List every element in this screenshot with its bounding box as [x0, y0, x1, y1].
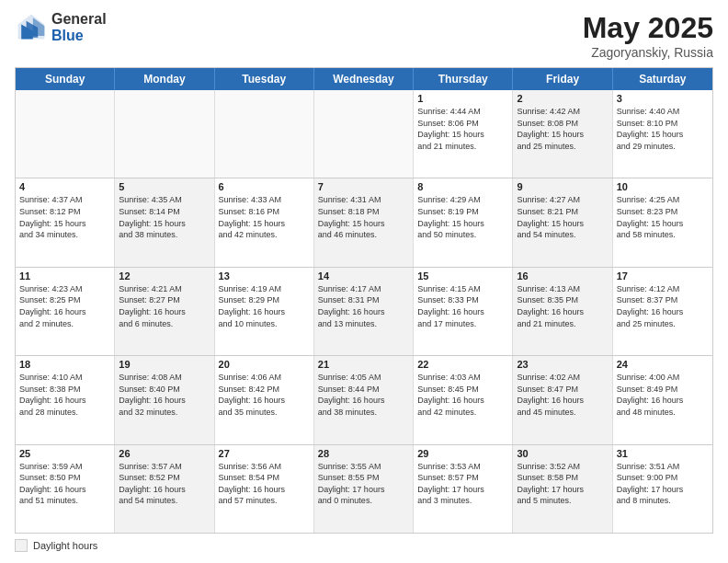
day-number: 17	[617, 270, 709, 282]
cell-info: Sunrise: 4:21 AM Sunset: 8:27 PM Dayligh…	[119, 283, 210, 329]
cal-row-3: 18Sunrise: 4:10 AM Sunset: 8:38 PM Dayli…	[16, 355, 712, 443]
day-number: 1	[417, 93, 508, 104]
cal-cell: 30Sunrise: 3:52 AM Sunset: 8:58 PM Dayli…	[513, 445, 612, 533]
day-number: 7	[318, 181, 409, 192]
day-number: 29	[417, 448, 508, 459]
day-number: 10	[617, 181, 709, 192]
day-number: 12	[119, 270, 210, 282]
cal-cell: 14Sunrise: 4:17 AM Sunset: 8:31 PM Dayli…	[314, 268, 414, 355]
calendar: Sunday Monday Tuesday Wednesday Thursday…	[15, 67, 713, 534]
cell-info: Sunrise: 4:15 AM Sunset: 8:33 PM Dayligh…	[417, 283, 508, 329]
day-number: 31	[617, 448, 709, 459]
day-number: 24	[617, 359, 709, 370]
cal-cell: 24Sunrise: 4:00 AM Sunset: 8:49 PM Dayli…	[613, 356, 712, 443]
day-number: 4	[19, 181, 110, 192]
cal-cell: 31Sunrise: 3:51 AM Sunset: 9:00 PM Dayli…	[613, 445, 712, 533]
cal-cell	[314, 90, 414, 178]
day-number: 14	[318, 270, 409, 282]
cal-cell: 11Sunrise: 4:23 AM Sunset: 8:25 PM Dayli…	[16, 268, 115, 355]
cal-cell: 17Sunrise: 4:12 AM Sunset: 8:37 PM Dayli…	[613, 268, 712, 355]
cell-info: Sunrise: 4:12 AM Sunset: 8:37 PM Dayligh…	[617, 283, 709, 329]
day-number: 8	[417, 181, 508, 192]
logo: General Blue	[15, 11, 107, 44]
cal-row-0: 1Sunrise: 4:44 AM Sunset: 8:06 PM Daylig…	[16, 90, 712, 178]
cell-info: Sunrise: 4:42 AM Sunset: 8:08 PM Dayligh…	[517, 106, 608, 152]
cal-cell: 9Sunrise: 4:27 AM Sunset: 8:21 PM Daylig…	[513, 178, 612, 266]
cell-info: Sunrise: 3:56 AM Sunset: 8:54 PM Dayligh…	[219, 461, 310, 507]
page: General Blue May 2025 Zagoryanskiy, Russ…	[0, 0, 728, 563]
cell-info: Sunrise: 4:31 AM Sunset: 8:18 PM Dayligh…	[318, 194, 409, 240]
day-number: 15	[417, 270, 508, 282]
cal-cell: 16Sunrise: 4:13 AM Sunset: 8:35 PM Dayli…	[513, 268, 612, 355]
cal-cell: 29Sunrise: 3:53 AM Sunset: 8:57 PM Dayli…	[414, 445, 513, 533]
cell-info: Sunrise: 4:29 AM Sunset: 8:19 PM Dayligh…	[417, 194, 508, 240]
calendar-body: 1Sunrise: 4:44 AM Sunset: 8:06 PM Daylig…	[16, 90, 712, 533]
header-sunday: Sunday	[16, 68, 115, 90]
cal-cell: 21Sunrise: 4:05 AM Sunset: 8:44 PM Dayli…	[314, 356, 414, 443]
cell-info: Sunrise: 4:40 AM Sunset: 8:10 PM Dayligh…	[617, 106, 709, 152]
cell-info: Sunrise: 3:57 AM Sunset: 8:52 PM Dayligh…	[119, 461, 210, 507]
cell-info: Sunrise: 4:25 AM Sunset: 8:23 PM Dayligh…	[617, 194, 709, 240]
cal-cell: 5Sunrise: 4:35 AM Sunset: 8:14 PM Daylig…	[115, 178, 214, 266]
cal-cell: 23Sunrise: 4:02 AM Sunset: 8:47 PM Dayli…	[513, 356, 612, 443]
logo-blue-text: Blue	[51, 28, 107, 44]
cell-info: Sunrise: 3:59 AM Sunset: 8:50 PM Dayligh…	[19, 461, 110, 507]
logo-icon	[15, 11, 48, 44]
cell-info: Sunrise: 4:13 AM Sunset: 8:35 PM Dayligh…	[517, 283, 608, 329]
cell-info: Sunrise: 4:05 AM Sunset: 8:44 PM Dayligh…	[318, 372, 409, 418]
cell-info: Sunrise: 4:27 AM Sunset: 8:21 PM Dayligh…	[517, 194, 608, 240]
cell-info: Sunrise: 4:35 AM Sunset: 8:14 PM Dayligh…	[119, 194, 210, 240]
cal-cell: 7Sunrise: 4:31 AM Sunset: 8:18 PM Daylig…	[314, 178, 414, 266]
cal-cell	[16, 90, 115, 178]
title-month: May 2025	[583, 11, 713, 45]
cell-info: Sunrise: 4:03 AM Sunset: 8:45 PM Dayligh…	[417, 372, 508, 418]
cal-cell: 12Sunrise: 4:21 AM Sunset: 8:27 PM Dayli…	[115, 268, 214, 355]
header-monday: Monday	[115, 68, 214, 90]
day-number: 19	[119, 359, 210, 370]
cell-info: Sunrise: 4:00 AM Sunset: 8:49 PM Dayligh…	[617, 372, 709, 418]
header-thursday: Thursday	[414, 68, 513, 90]
cell-info: Sunrise: 4:10 AM Sunset: 8:38 PM Dayligh…	[19, 372, 110, 418]
header-friday: Friday	[513, 68, 612, 90]
cell-info: Sunrise: 3:52 AM Sunset: 8:58 PM Dayligh…	[517, 461, 608, 507]
cal-cell: 18Sunrise: 4:10 AM Sunset: 8:38 PM Dayli…	[16, 356, 115, 443]
cal-cell: 28Sunrise: 3:55 AM Sunset: 8:55 PM Dayli…	[314, 445, 414, 533]
cal-cell: 15Sunrise: 4:15 AM Sunset: 8:33 PM Dayli…	[414, 268, 513, 355]
cal-cell: 27Sunrise: 3:56 AM Sunset: 8:54 PM Dayli…	[215, 445, 314, 533]
cal-cell: 8Sunrise: 4:29 AM Sunset: 8:19 PM Daylig…	[414, 178, 513, 266]
cell-info: Sunrise: 4:37 AM Sunset: 8:12 PM Dayligh…	[19, 194, 110, 240]
title-location: Zagoryanskiy, Russia	[583, 45, 713, 60]
title-block: May 2025 Zagoryanskiy, Russia	[583, 11, 713, 60]
legend: Daylight hours	[15, 539, 713, 552]
cal-row-4: 25Sunrise: 3:59 AM Sunset: 8:50 PM Dayli…	[16, 444, 712, 533]
legend-box	[15, 539, 28, 552]
cell-info: Sunrise: 3:53 AM Sunset: 8:57 PM Dayligh…	[417, 461, 508, 507]
cal-cell: 25Sunrise: 3:59 AM Sunset: 8:50 PM Dayli…	[16, 445, 115, 533]
day-number: 20	[219, 359, 310, 370]
cell-info: Sunrise: 4:06 AM Sunset: 8:42 PM Dayligh…	[219, 372, 310, 418]
day-number: 28	[318, 448, 409, 459]
day-number: 22	[417, 359, 508, 370]
cal-cell: 19Sunrise: 4:08 AM Sunset: 8:40 PM Dayli…	[115, 356, 214, 443]
day-number: 18	[19, 359, 110, 370]
cal-cell	[115, 90, 214, 178]
day-number: 16	[517, 270, 608, 282]
cell-info: Sunrise: 3:51 AM Sunset: 9:00 PM Dayligh…	[617, 461, 709, 507]
cell-info: Sunrise: 3:55 AM Sunset: 8:55 PM Dayligh…	[318, 461, 409, 507]
cell-info: Sunrise: 4:02 AM Sunset: 8:47 PM Dayligh…	[517, 372, 608, 418]
day-number: 25	[19, 448, 110, 459]
day-number: 9	[517, 181, 608, 192]
header: General Blue May 2025 Zagoryanskiy, Russ…	[15, 11, 713, 60]
cal-cell	[215, 90, 314, 178]
header-wednesday: Wednesday	[314, 68, 414, 90]
cal-cell: 6Sunrise: 4:33 AM Sunset: 8:16 PM Daylig…	[215, 178, 314, 266]
cal-row-1: 4Sunrise: 4:37 AM Sunset: 8:12 PM Daylig…	[16, 178, 712, 266]
logo-text: General Blue	[51, 11, 107, 43]
cal-cell: 10Sunrise: 4:25 AM Sunset: 8:23 PM Dayli…	[613, 178, 712, 266]
cal-cell: 26Sunrise: 3:57 AM Sunset: 8:52 PM Dayli…	[115, 445, 214, 533]
cell-info: Sunrise: 4:08 AM Sunset: 8:40 PM Dayligh…	[119, 372, 210, 418]
legend-label: Daylight hours	[33, 540, 97, 551]
cal-cell: 3Sunrise: 4:40 AM Sunset: 8:10 PM Daylig…	[613, 90, 712, 178]
day-number: 3	[617, 93, 709, 104]
day-number: 21	[318, 359, 409, 370]
